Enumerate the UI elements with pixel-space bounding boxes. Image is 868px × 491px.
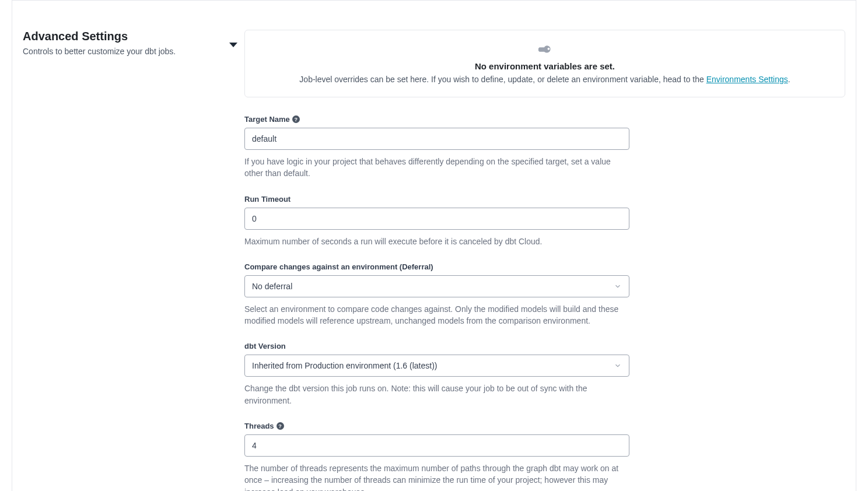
dbt-version-selected-value: Inherited from Production environment (1… (252, 361, 437, 370)
threads-input[interactable] (244, 434, 629, 457)
chevron-down-icon (614, 282, 622, 290)
target-name-label-text: Target Name (244, 115, 290, 124)
chevron-down-icon (614, 362, 622, 370)
dbt-version-select[interactable]: Inherited from Production environment (1… (244, 355, 629, 377)
target-name-label: Target Name ? (244, 115, 629, 124)
threads-help: The number of threads represents the max… (244, 462, 629, 491)
environments-settings-link[interactable]: Environments Settings (706, 75, 788, 84)
deferral-select[interactable]: No deferral (244, 275, 629, 297)
help-icon[interactable]: ? (292, 115, 300, 123)
top-divider (12, 0, 856, 1)
run-timeout-help: Maximum number of seconds a run will exe… (244, 236, 629, 247)
dbt-version-label: dbt Version (244, 342, 629, 350)
run-timeout-label: Run Timeout (244, 195, 629, 204)
env-variables-box: No environment variables are set. Job-le… (244, 30, 845, 97)
env-desc-prefix: Job-level overrides can be set here. If … (299, 75, 706, 84)
deferral-label: Compare changes against an environment (… (244, 262, 629, 271)
section-subtitle: Controls to better customize your dbt jo… (23, 47, 244, 56)
caret-down-icon[interactable] (229, 43, 237, 47)
key-icon (259, 43, 831, 58)
target-name-input[interactable] (244, 128, 629, 150)
threads-label-text: Threads (244, 422, 274, 430)
target-name-help: If you have logic in your project that b… (244, 156, 629, 180)
help-icon[interactable]: ? (276, 422, 284, 430)
env-empty-description: Job-level overrides can be set here. If … (259, 75, 831, 84)
deferral-selected-value: No deferral (252, 282, 292, 291)
deferral-label-text: Compare changes against an environment (… (244, 262, 433, 271)
deferral-help: Select an environment to compare code ch… (244, 303, 629, 327)
run-timeout-input[interactable] (244, 208, 629, 230)
env-desc-suffix: . (788, 75, 790, 84)
dbt-version-label-text: dbt Version (244, 342, 286, 350)
dbt-version-help: Change the dbt version this job runs on.… (244, 383, 629, 406)
env-empty-title: No environment variables are set. (259, 61, 831, 71)
run-timeout-label-text: Run Timeout (244, 195, 290, 204)
section-title: Advanced Settings (23, 30, 244, 43)
threads-label: Threads ? (244, 422, 629, 430)
